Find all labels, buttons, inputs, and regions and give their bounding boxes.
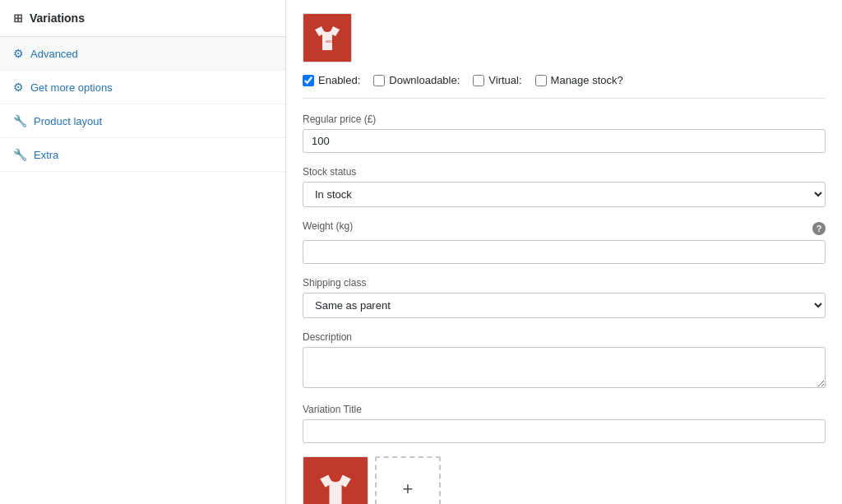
gallery-row: + [303, 456, 826, 504]
sidebar-label-layout: Product layout [34, 115, 102, 127]
stock-status-label: Stock status [303, 166, 826, 178]
shipping-class-label: Shipping class [303, 277, 826, 289]
virtual-checkbox-label[interactable]: Virtual: [473, 74, 521, 86]
sidebar-item-advanced[interactable]: ⚙ Advanced [0, 37, 285, 71]
sidebar: ⊞ Variations ⚙ Advanced ⚙ Get more optio… [0, 0, 286, 504]
enabled-checkbox[interactable] [303, 75, 314, 86]
description-label: Description [303, 331, 826, 343]
sidebar-item-extra[interactable]: 🔧 Extra [0, 138, 285, 172]
regular-price-group: Regular price (£) [303, 113, 826, 153]
virtual-label: Virtual: [488, 74, 521, 86]
gallery-tshirt-svg [315, 469, 356, 504]
grid-icon: ⊞ [13, 12, 23, 25]
gallery-image-1[interactable] [303, 456, 368, 504]
regular-price-label: Regular price (£) [303, 113, 826, 125]
weight-help-icon[interactable]: ? [812, 222, 826, 235]
description-group: Description [303, 331, 826, 391]
tshirt-svg: woo [311, 21, 344, 54]
weight-label: Weight (kg) [303, 220, 353, 232]
sidebar-title: Variations [30, 12, 85, 25]
product-thumbnail[interactable]: woo [303, 13, 352, 62]
gear-icon-more: ⚙ [13, 81, 24, 94]
main-content: woo Enabled: Downloadable: Virtual: Mana… [286, 0, 842, 504]
sidebar-label-advanced: Advanced [30, 48, 78, 60]
weight-group: Weight (kg) ? [303, 220, 826, 264]
wrench-icon-extra: 🔧 [13, 148, 27, 161]
shipping-class-group: Shipping class Same as parent No shippin… [303, 277, 826, 318]
downloadable-checkbox[interactable] [373, 75, 385, 86]
variation-title-input[interactable] [303, 419, 826, 443]
manage-stock-checkbox[interactable] [535, 75, 547, 86]
variation-title-label: Variation Title [303, 404, 826, 415]
downloadable-checkbox-label[interactable]: Downloadable: [373, 74, 460, 86]
manage-stock-label: Manage stock? [551, 74, 623, 86]
manage-stock-checkbox-label[interactable]: Manage stock? [535, 74, 623, 86]
sidebar-item-product-layout[interactable]: 🔧 Product layout [0, 104, 285, 138]
sidebar-label-more: Get more options [30, 81, 113, 94]
gallery-add-button[interactable]: + [375, 456, 441, 504]
weight-input[interactable] [303, 240, 826, 264]
downloadable-label: Downloadable: [389, 74, 460, 86]
svg-text:woo: woo [326, 39, 333, 44]
stock-status-group: Stock status In stock Out of stock On ba… [303, 166, 826, 207]
regular-price-input[interactable] [303, 129, 826, 153]
virtual-checkbox[interactable] [473, 75, 484, 86]
variation-title-group: Variation Title [303, 404, 826, 443]
sidebar-header: ⊞ Variations [0, 0, 285, 37]
wrench-icon-layout: 🔧 [13, 114, 27, 127]
stock-status-select[interactable]: In stock Out of stock On backorder [303, 182, 826, 207]
enabled-checkbox-label[interactable]: Enabled: [303, 74, 360, 86]
checkboxes-row: Enabled: Downloadable: Virtual: Manage s… [303, 74, 826, 99]
gear-icon-advanced: ⚙ [13, 47, 24, 60]
shipping-class-select[interactable]: Same as parent No shipping class [303, 293, 826, 318]
sidebar-item-get-more-options[interactable]: ⚙ Get more options [0, 71, 285, 104]
enabled-label: Enabled: [318, 74, 360, 86]
description-input[interactable] [303, 347, 826, 388]
sidebar-label-extra: Extra [34, 149, 58, 161]
plus-icon: + [403, 479, 414, 500]
